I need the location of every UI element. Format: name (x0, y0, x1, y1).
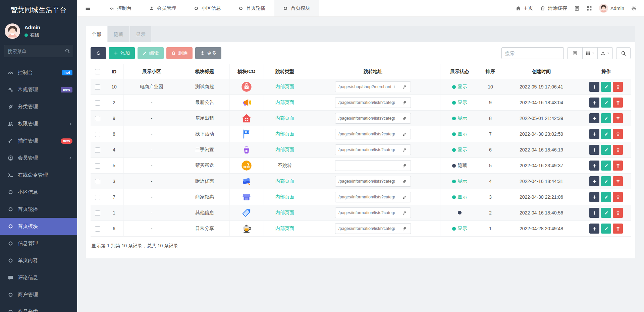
drag-button[interactable] (589, 161, 599, 171)
settings-button[interactable] (631, 6, 637, 11)
row-delete-button[interactable] (613, 176, 623, 186)
table-search-input[interactable] (501, 47, 564, 59)
row-checkbox[interactable] (95, 147, 100, 153)
row-edit-button[interactable] (601, 224, 611, 234)
more-button[interactable]: 更多 (195, 47, 221, 59)
sidebar-item-小区信息[interactable]: 小区信息 (0, 184, 77, 201)
row-edit-button[interactable] (601, 129, 611, 139)
drag-button[interactable] (589, 208, 599, 218)
row-edit-button[interactable] (601, 208, 611, 218)
top-tab-控制台[interactable]: 控制台 (101, 0, 141, 16)
row-edit-button[interactable] (601, 113, 611, 123)
row-delete-button[interactable] (613, 129, 623, 139)
jump-url-input[interactable] (335, 160, 398, 171)
row-checkbox[interactable] (95, 210, 100, 216)
sidebar-item-商户管理[interactable]: 商户管理 (0, 286, 77, 303)
detail-view-button[interactable] (567, 47, 583, 59)
drag-button[interactable] (589, 98, 599, 108)
row-delete-button[interactable] (613, 145, 623, 155)
link-button[interactable] (398, 160, 411, 171)
top-tab-小区信息[interactable]: 小区信息 (185, 0, 230, 16)
add-button[interactable]: 添加 (109, 47, 135, 59)
status-badge[interactable]: 显示 (452, 147, 467, 153)
search-toggle-button[interactable] (616, 47, 631, 59)
drag-button[interactable] (589, 176, 599, 186)
sidebar-item-单页内容[interactable]: 单页内容 (0, 252, 77, 269)
row-delete-button[interactable] (613, 208, 623, 218)
link-button[interactable] (398, 192, 411, 202)
status-badge[interactable]: 显示 (452, 84, 467, 90)
sidebar-toggle-button[interactable] (80, 0, 96, 16)
link-button[interactable] (398, 81, 411, 92)
avatar[interactable] (5, 23, 20, 39)
sidebar-item-权限管理[interactable]: 权限管理 (0, 115, 77, 132)
top-tab-会员管理[interactable]: 会员管理 (141, 0, 185, 16)
link-button[interactable] (398, 223, 411, 234)
select-all-checkbox[interactable] (95, 69, 100, 74)
row-checkbox[interactable] (95, 179, 100, 184)
row-checkbox[interactable] (95, 100, 100, 106)
row-delete-button[interactable] (613, 224, 623, 234)
sidebar-item-评论信息[interactable]: 评论信息 (0, 269, 77, 286)
status-badge[interactable]: 显示 (452, 100, 467, 106)
link-button[interactable] (398, 97, 411, 108)
status-badge[interactable]: 显示 (452, 194, 467, 200)
docs-button[interactable] (574, 6, 580, 11)
row-delete-button[interactable] (613, 98, 623, 108)
row-edit-button[interactable] (601, 192, 611, 202)
row-checkbox[interactable] (95, 84, 100, 90)
row-checkbox[interactable] (95, 195, 100, 200)
sidebar-item-插件管理[interactable]: 插件管理new (0, 132, 77, 149)
jump-url-input[interactable] (335, 176, 398, 187)
columns-button[interactable] (582, 47, 598, 59)
row-delete-button[interactable] (613, 192, 623, 202)
sidebar-item-在线命令管理[interactable]: 在线命令管理 (0, 167, 77, 184)
jump-url-input[interactable] (335, 81, 398, 92)
link-button[interactable] (398, 129, 411, 139)
row-checkbox[interactable] (95, 116, 100, 121)
link-button[interactable] (398, 113, 411, 124)
sidebar-item-首页模块[interactable]: 首页模块 (0, 218, 77, 235)
jump-url-input[interactable] (335, 223, 398, 234)
jump-url-input[interactable] (335, 192, 398, 202)
link-button[interactable] (398, 207, 411, 218)
row-delete-button[interactable] (613, 82, 623, 92)
sidebar-item-信息管理[interactable]: 信息管理 (0, 235, 77, 252)
status-badge[interactable] (458, 211, 462, 214)
drag-button[interactable] (589, 129, 599, 139)
row-edit-button[interactable] (601, 161, 611, 171)
sidebar-item-分类管理[interactable]: 分类管理 (0, 98, 77, 115)
row-checkbox[interactable] (95, 163, 100, 169)
drag-button[interactable] (589, 145, 599, 155)
status-badge[interactable]: 显示 (452, 178, 467, 184)
link-button[interactable] (398, 176, 411, 187)
filter-tab-隐藏[interactable]: 隐藏 (108, 26, 129, 42)
row-checkbox[interactable] (95, 132, 100, 137)
status-badge[interactable]: 隐藏 (452, 163, 467, 169)
clear-cache-button[interactable]: 清除缓存 (540, 5, 567, 11)
top-tab-首页轮播[interactable]: 首页轮播 (230, 0, 274, 16)
delete-button[interactable]: 删除 (166, 47, 193, 59)
jump-url-input[interactable] (335, 144, 398, 155)
row-edit-button[interactable] (601, 176, 611, 186)
refresh-button[interactable] (91, 47, 106, 59)
row-delete-button[interactable] (613, 113, 623, 123)
sidebar-search-input[interactable] (4, 45, 73, 57)
drag-button[interactable] (589, 192, 599, 202)
sidebar-item-首页轮播[interactable]: 首页轮播 (0, 201, 77, 218)
filter-tab-显示[interactable]: 显示 (130, 26, 151, 42)
sidebar-item-会员管理[interactable]: 会员管理 (0, 149, 77, 167)
sidebar-item-商品分类[interactable]: 商品分类 (0, 303, 77, 312)
export-button[interactable] (597, 47, 613, 59)
row-checkbox[interactable] (95, 226, 100, 232)
sidebar-item-常规管理[interactable]: 常规管理new (0, 81, 77, 98)
row-edit-button[interactable] (601, 82, 611, 92)
fullscreen-button[interactable] (587, 6, 592, 11)
status-badge[interactable]: 显示 (452, 226, 467, 232)
edit-button[interactable]: 编辑 (138, 47, 164, 59)
status-badge[interactable]: 显示 (452, 131, 467, 137)
jump-url-input[interactable] (335, 129, 398, 139)
jump-url-input[interactable] (335, 113, 398, 124)
drag-button[interactable] (589, 224, 599, 234)
home-link[interactable]: 主页 (516, 5, 533, 11)
